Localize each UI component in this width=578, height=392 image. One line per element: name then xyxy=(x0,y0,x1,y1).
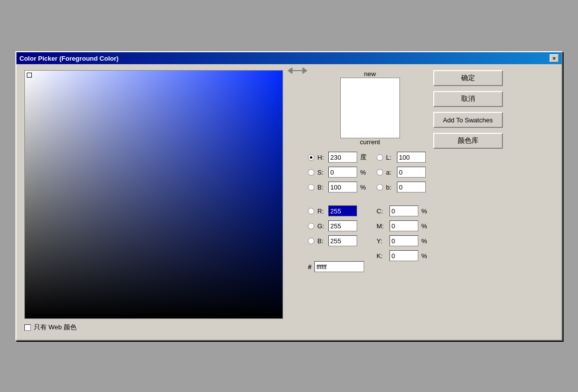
l-radio[interactable] xyxy=(377,154,383,161)
lab-b-label: b: xyxy=(386,184,394,191)
y-unit: % xyxy=(421,237,427,245)
r-label: R: xyxy=(317,207,325,215)
web-color-label: 只有 Web 颜色 xyxy=(34,323,77,332)
c-label: C: xyxy=(377,207,386,215)
color-picker-dialog: Color Picker (Foreground Color) × 只有 Web… xyxy=(15,51,563,341)
cancel-button[interactable]: 取消 xyxy=(433,91,503,107)
color-field-cursor xyxy=(27,73,32,78)
rgb-b-radio[interactable] xyxy=(308,238,314,244)
k-field-row: K: % xyxy=(377,250,427,261)
s-radio[interactable] xyxy=(308,169,314,176)
rgb-b-label: B: xyxy=(317,237,325,245)
k-unit: % xyxy=(421,252,427,260)
m-unit: % xyxy=(421,222,427,230)
hex-label: # xyxy=(308,263,311,271)
s-field-row: S: % xyxy=(308,167,367,178)
new-color-preview xyxy=(341,78,399,108)
s-unit: % xyxy=(360,169,366,176)
l-label: L: xyxy=(386,154,394,161)
r-input[interactable] xyxy=(328,205,357,216)
h-field-row: H: 度 xyxy=(308,152,367,163)
left-fields-col: H: 度 S: % xyxy=(308,152,367,272)
r-field-row: R: xyxy=(308,205,367,216)
h-unit: 度 xyxy=(360,153,367,162)
l-input[interactable] xyxy=(397,152,426,163)
y-input[interactable] xyxy=(389,235,418,246)
rgb-b-input[interactable] xyxy=(328,235,357,246)
center-right-section: new current xyxy=(291,70,554,332)
dialog-body: 只有 Web 颜色 xyxy=(16,64,562,340)
spectrum-slider-left xyxy=(288,67,292,74)
m-field-row: M: % xyxy=(377,220,427,231)
preview-boxes xyxy=(340,78,400,138)
current-label: current xyxy=(360,138,380,146)
b-unit: % xyxy=(360,184,366,191)
h-radio[interactable] xyxy=(308,154,314,161)
b-radio[interactable] xyxy=(308,184,314,191)
new-label: new xyxy=(364,70,376,78)
color-field-section: 只有 Web 颜色 xyxy=(24,70,283,332)
g-radio[interactable] xyxy=(308,223,314,229)
m-input[interactable] xyxy=(389,220,418,231)
h-label: H: xyxy=(317,154,325,161)
h-input[interactable] xyxy=(328,152,357,163)
a-radio[interactable] xyxy=(377,169,383,176)
web-color-checkbox[interactable] xyxy=(24,324,31,331)
l-field-row: L: xyxy=(377,152,427,163)
s-input[interactable] xyxy=(328,167,357,178)
g-label: G: xyxy=(317,222,325,230)
color-saturation-field[interactable] xyxy=(24,70,283,319)
current-color-preview xyxy=(341,108,399,138)
right-fields-col: L: a: xyxy=(377,152,427,272)
close-button[interactable]: × xyxy=(550,54,559,62)
lab-b-input[interactable] xyxy=(397,182,426,193)
k-label: K: xyxy=(377,252,386,260)
add-to-swatches-button[interactable]: Add To Swatches xyxy=(433,112,503,128)
dialog-title: Color Picker (Foreground Color) xyxy=(19,55,118,62)
c-field-row: C: % xyxy=(377,205,427,216)
right-buttons-section: 确定 取消 Add To Swatches 颜色库 xyxy=(433,70,503,332)
c-input[interactable] xyxy=(389,205,418,216)
s-label: S: xyxy=(317,169,325,176)
g-field-row: G: xyxy=(308,220,367,231)
lab-b-field-row: b: xyxy=(377,182,427,193)
hex-input[interactable] xyxy=(314,261,364,272)
hue-spectrum-bar[interactable] xyxy=(291,70,304,71)
g-input[interactable] xyxy=(328,220,357,231)
preview-area: new current xyxy=(313,70,427,146)
a-input[interactable] xyxy=(397,167,426,178)
b-input[interactable] xyxy=(328,182,357,193)
lab-b-radio[interactable] xyxy=(377,184,383,191)
a-field-row: a: xyxy=(377,167,427,178)
y-field-row: Y: % xyxy=(377,235,427,246)
color-gradient xyxy=(25,71,283,318)
m-label: M: xyxy=(377,222,386,230)
rgb-b-field-row: B: xyxy=(308,235,367,246)
r-radio[interactable] xyxy=(308,208,314,214)
k-input[interactable] xyxy=(389,250,418,261)
web-color-row: 只有 Web 颜色 xyxy=(24,323,283,332)
c-unit: % xyxy=(421,207,427,215)
color-library-button[interactable]: 颜色库 xyxy=(433,133,503,149)
y-label: Y: xyxy=(377,237,386,245)
b-label: B: xyxy=(317,184,325,191)
spectrum-slider-right xyxy=(302,67,307,74)
a-label: a: xyxy=(386,169,394,176)
confirm-button[interactable]: 确定 xyxy=(433,70,503,86)
title-bar: Color Picker (Foreground Color) × xyxy=(16,52,562,64)
b-field-row: B: % xyxy=(308,182,367,193)
hex-row: # xyxy=(308,261,367,272)
